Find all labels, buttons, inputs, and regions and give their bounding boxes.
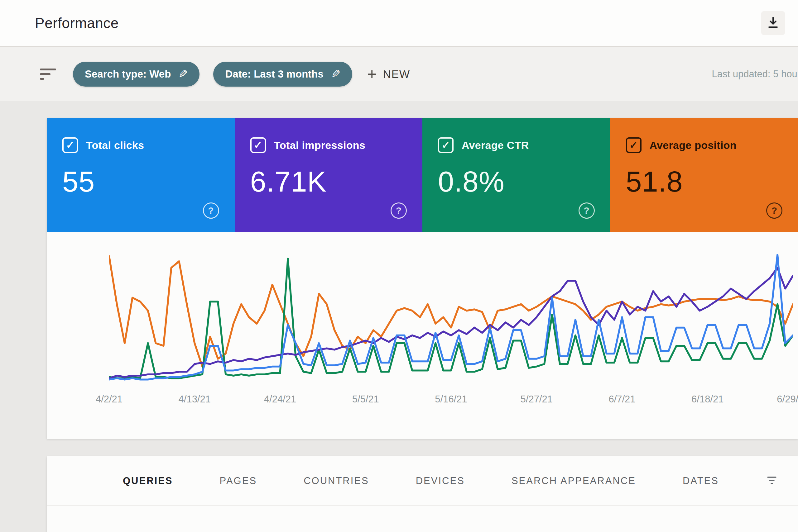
search-type-chip-label: Search type: Web xyxy=(85,68,171,80)
x-axis-tick-label: 4/13/21 xyxy=(179,394,211,405)
metric-head: ✓ Average position xyxy=(626,137,783,153)
performance-chart: 4/2/214/13/214/24/215/5/215/16/215/27/21… xyxy=(47,232,798,439)
pencil-icon: ✎ xyxy=(178,68,188,81)
help-icon[interactable]: ? xyxy=(391,203,407,218)
dimensions-table-card: QUERIES PAGES COUNTRIES DEVICES SEARCH A… xyxy=(47,456,798,532)
metric-card-total-clicks[interactable]: ✓ Total clicks 55 ? xyxy=(47,118,235,232)
performance-chart-svg xyxy=(109,247,793,384)
checked-checkbox-icon[interactable]: ✓ xyxy=(626,137,641,153)
metric-label: Total clicks xyxy=(86,139,144,151)
metric-head: ✓ Average CTR xyxy=(438,137,595,153)
metric-value: 51.8 xyxy=(626,165,783,198)
x-axis-labels: 4/2/214/13/214/24/215/5/215/16/215/27/21… xyxy=(109,394,793,412)
metric-value: 55 xyxy=(62,165,219,198)
pencil-icon: ✎ xyxy=(331,68,340,81)
date-range-chip[interactable]: Date: Last 3 months ✎ xyxy=(213,62,352,87)
metric-label: Average position xyxy=(650,139,737,151)
main-content: ✓ Total clicks 55 ? ✓ Total impressions … xyxy=(0,101,798,532)
x-axis-tick-label: 6/29/21 xyxy=(777,394,798,405)
download-icon xyxy=(766,16,780,30)
filter-bar: Search type: Web ✎ Date: Last 3 months ✎… xyxy=(0,47,798,101)
last-updated-text: Last updated: 5 hour xyxy=(712,69,798,80)
checked-checkbox-icon[interactable]: ✓ xyxy=(250,137,266,153)
metric-card-average-position[interactable]: ✓ Average position 51.8 ? xyxy=(610,118,798,232)
filter-list-icon xyxy=(40,69,56,80)
metric-value: 6.71K xyxy=(250,165,407,198)
chart-line-impressions xyxy=(109,268,793,378)
table-filter-button[interactable] xyxy=(764,472,780,490)
page-header: Performance xyxy=(0,0,798,47)
chart-line-position xyxy=(109,256,793,367)
metric-label: Total impressions xyxy=(274,139,366,151)
filter-funnel-icon xyxy=(766,475,777,487)
date-range-chip-label: Date: Last 3 months xyxy=(225,68,323,80)
x-axis-tick-label: 5/27/21 xyxy=(521,394,553,405)
tab-dates[interactable]: DATES xyxy=(681,471,721,491)
dimension-tabs: QUERIES PAGES COUNTRIES DEVICES SEARCH A… xyxy=(47,456,798,506)
export-download-button[interactable] xyxy=(761,11,785,35)
new-filter-button[interactable]: + NEW xyxy=(367,66,410,82)
x-axis-tick-label: 5/5/21 xyxy=(352,394,379,405)
filter-list-button[interactable] xyxy=(37,65,59,83)
new-filter-label: NEW xyxy=(383,68,410,80)
x-axis-tick-label: 4/24/21 xyxy=(264,394,296,405)
chart-line-clicks xyxy=(109,255,793,380)
tab-pages[interactable]: PAGES xyxy=(218,471,259,491)
metric-card-average-ctr[interactable]: ✓ Average CTR 0.8% ? xyxy=(422,118,610,232)
tab-devices[interactable]: DEVICES xyxy=(414,471,467,491)
metric-value: 0.8% xyxy=(438,165,595,198)
x-axis-tick-label: 5/16/21 xyxy=(435,394,467,405)
plus-icon: + xyxy=(367,66,377,82)
help-icon[interactable]: ? xyxy=(766,203,782,218)
tab-countries[interactable]: COUNTRIES xyxy=(302,471,371,491)
help-icon[interactable]: ? xyxy=(579,203,595,218)
x-axis-tick-label: 6/18/21 xyxy=(691,394,724,405)
metric-head: ✓ Total clicks xyxy=(62,137,219,153)
chart-plot-area xyxy=(109,247,793,384)
performance-chart-card: ✓ Total clicks 55 ? ✓ Total impressions … xyxy=(47,118,798,439)
checked-checkbox-icon[interactable]: ✓ xyxy=(438,137,454,153)
tab-queries[interactable]: QUERIES xyxy=(121,471,175,491)
metric-cards-row: ✓ Total clicks 55 ? ✓ Total impressions … xyxy=(47,118,798,232)
metric-head: ✓ Total impressions xyxy=(250,137,407,153)
page-title: Performance xyxy=(35,15,119,32)
checked-checkbox-icon[interactable]: ✓ xyxy=(62,137,78,153)
search-type-chip[interactable]: Search type: Web ✎ xyxy=(73,62,200,87)
help-icon[interactable]: ? xyxy=(203,203,219,218)
tab-search-appearance[interactable]: SEARCH APPEARANCE xyxy=(510,471,638,491)
metric-label: Average CTR xyxy=(462,139,529,151)
x-axis-tick-label: 6/7/21 xyxy=(609,394,635,405)
x-axis-tick-label: 4/2/21 xyxy=(96,394,123,405)
metric-card-total-impressions[interactable]: ✓ Total impressions 6.71K ? xyxy=(235,118,423,232)
